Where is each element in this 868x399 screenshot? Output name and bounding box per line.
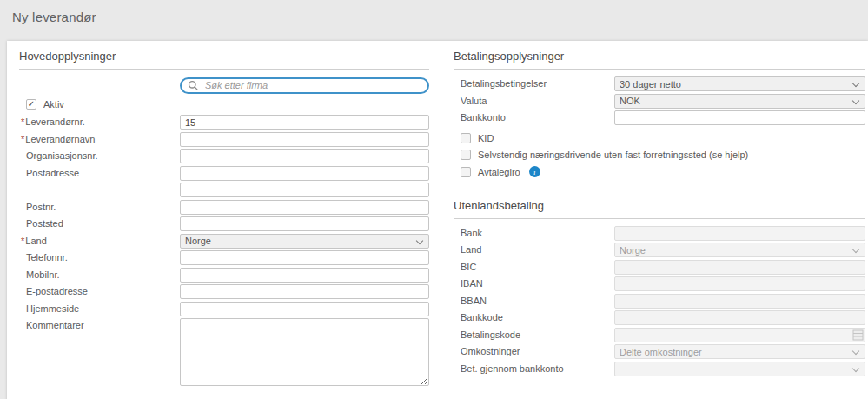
aktiv-checkbox[interactable]: ✓ bbox=[26, 99, 36, 110]
bet-gjennom-bankkonto-row: Bet. gjennom bankkonto bbox=[454, 362, 865, 376]
bank-row: Bank bbox=[454, 226, 865, 241]
required-asterisk: * bbox=[21, 236, 24, 246]
selvstendig-row: Selvstendig næringsdrivende uten fast fo… bbox=[454, 149, 865, 161]
section-title-betalingsopplysninger: Betalingsopplysninger bbox=[454, 50, 865, 70]
bankkonto-label: Bankkonto bbox=[461, 112, 506, 123]
mobilnr-input[interactable] bbox=[180, 268, 429, 283]
firma-search-row bbox=[19, 76, 429, 94]
required-asterisk: * bbox=[21, 116, 24, 127]
postadresse-row-1: Postadresse bbox=[19, 166, 429, 181]
postadresse-label: Postadresse bbox=[26, 168, 79, 178]
selvstendig-checkbox[interactable] bbox=[461, 150, 471, 160]
iban-label: IBAN bbox=[461, 278, 483, 289]
bankkode-label: Bankkode bbox=[461, 312, 503, 323]
valuta-row: Valuta NOK bbox=[454, 94, 865, 109]
bankkonto-row: Bankkonto bbox=[454, 110, 865, 125]
bic-input bbox=[614, 260, 865, 275]
postadresse-row-2 bbox=[19, 183, 429, 197]
organisasjonsnr-input[interactable] bbox=[180, 149, 429, 163]
avtalegiro-checkbox[interactable] bbox=[461, 167, 471, 177]
leverandornr-row: *Leverandørnr. bbox=[19, 115, 429, 130]
postadresse-input-2[interactable] bbox=[180, 183, 429, 197]
valuta-select[interactable]: NOK bbox=[614, 94, 865, 109]
postnr-label: Postnr. bbox=[26, 202, 56, 212]
epostadresse-label: E-postadresse bbox=[26, 286, 88, 296]
organisasjonsnr-row: Organisasjonsnr. bbox=[19, 149, 429, 163]
foreign-land-label: Land bbox=[461, 244, 481, 255]
omkostninger-label: Omkostninger bbox=[461, 346, 520, 356]
top-header-bar bbox=[0, 0, 868, 37]
hjemmeside-label: Hjemmeside bbox=[26, 303, 79, 314]
search-icon bbox=[188, 80, 199, 91]
leverandornr-label: Leverandørnr. bbox=[25, 116, 84, 127]
main-section: Hovedopplysninger ✓ Aktiv *Leverandørnr.… bbox=[19, 50, 429, 389]
info-icon[interactable]: i bbox=[529, 166, 540, 177]
required-asterisk: * bbox=[21, 134, 24, 144]
telefonnr-row: Telefonnr. bbox=[19, 250, 429, 265]
land-row: *Land Norge bbox=[19, 234, 429, 249]
betalingsbetingelser-row: Betalingsbetingelser 30 dager netto bbox=[454, 76, 865, 91]
valuta-label: Valuta bbox=[461, 96, 487, 106]
postnr-row: Postnr. bbox=[19, 200, 429, 215]
hjemmeside-row: Hjemmeside bbox=[19, 302, 429, 316]
iban-input bbox=[614, 276, 865, 291]
land-label: Land bbox=[25, 236, 46, 246]
betalingskode-label: Betalingskode bbox=[461, 329, 520, 340]
iban-row: IBAN bbox=[454, 276, 865, 291]
leverandornr-input[interactable] bbox=[180, 115, 429, 130]
section-title-utenlandsbetaling: Utenlandsbetaling bbox=[454, 199, 865, 219]
selvstendig-label: Selvstendig næringsdrivende uten fast fo… bbox=[478, 150, 748, 160]
firma-search-input[interactable] bbox=[180, 77, 429, 94]
mobilnr-label: Mobilnr. bbox=[26, 269, 60, 280]
payment-section: Betalingsopplysninger Betalingsbetingels… bbox=[454, 50, 865, 378]
bet-gjennom-bankkonto-select bbox=[614, 362, 865, 376]
land-select[interactable]: Norge bbox=[180, 234, 429, 249]
betalingsbetingelser-label: Betalingsbetingelser bbox=[461, 78, 547, 89]
poststed-label: Poststed bbox=[26, 218, 63, 229]
bankkonto-input[interactable] bbox=[614, 110, 865, 125]
leverandornavn-label: Leverandørnavn bbox=[25, 134, 95, 144]
omkostninger-select: Delte omkostninger bbox=[614, 344, 865, 359]
check-icon: ✓ bbox=[28, 100, 35, 109]
hjemmeside-input[interactable] bbox=[180, 302, 429, 316]
postadresse-input-1[interactable] bbox=[180, 166, 429, 181]
kid-label: KID bbox=[478, 133, 494, 143]
aktiv-row: ✓ Aktiv bbox=[19, 98, 429, 110]
kid-row: KID bbox=[454, 132, 865, 144]
poststed-row: Poststed bbox=[19, 216, 429, 231]
page-title: Ny leverandør bbox=[12, 10, 96, 24]
telefonnr-input[interactable] bbox=[180, 250, 429, 265]
betalingskode-row: Betalingskode bbox=[454, 328, 865, 342]
bic-label: BIC bbox=[461, 262, 476, 272]
bban-row: BBAN bbox=[454, 294, 865, 309]
foreign-land-row: Land Norge bbox=[454, 243, 865, 257]
kommentarer-label: Kommentarer bbox=[26, 320, 84, 330]
betalingsbetingelser-select[interactable]: 30 dager netto bbox=[614, 76, 865, 91]
epostadresse-input[interactable] bbox=[180, 284, 429, 299]
avtalegiro-label: Avtalegiro bbox=[478, 167, 520, 177]
kommentarer-row: Kommentarer bbox=[19, 318, 429, 386]
bic-row: BIC bbox=[454, 260, 865, 275]
section-title-hovedopplysninger: Hovedopplysninger bbox=[19, 50, 429, 70]
bban-label: BBAN bbox=[461, 296, 487, 306]
mobilnr-row: Mobilnr. bbox=[19, 268, 429, 283]
lookup-icon bbox=[852, 329, 864, 341]
bet-gjennom-bankkonto-label: Bet. gjennom bankkonto bbox=[461, 363, 564, 374]
telefonnr-label: Telefonnr. bbox=[26, 252, 68, 263]
epostadresse-row: E-postadresse bbox=[19, 284, 429, 299]
poststed-input[interactable] bbox=[180, 216, 429, 231]
omkostninger-row: Omkostninger Delte omkostninger bbox=[454, 344, 865, 359]
kid-checkbox[interactable] bbox=[461, 133, 471, 143]
organisasjonsnr-label: Organisasjonsnr. bbox=[26, 150, 98, 161]
kommentarer-textarea[interactable] bbox=[180, 318, 429, 386]
bban-input bbox=[614, 294, 865, 309]
foreign-land-select: Norge bbox=[614, 243, 865, 257]
bank-input bbox=[614, 226, 865, 241]
leverandornavn-row: *Leverandørnavn bbox=[19, 132, 429, 147]
leverandornavn-input[interactable] bbox=[180, 132, 429, 147]
bankkode-row: Bankkode bbox=[454, 310, 865, 325]
avtalegiro-row: Avtalegiro i bbox=[454, 166, 865, 178]
bankkode-input bbox=[614, 310, 865, 325]
betalingskode-input bbox=[614, 328, 865, 342]
postnr-input[interactable] bbox=[180, 200, 429, 215]
